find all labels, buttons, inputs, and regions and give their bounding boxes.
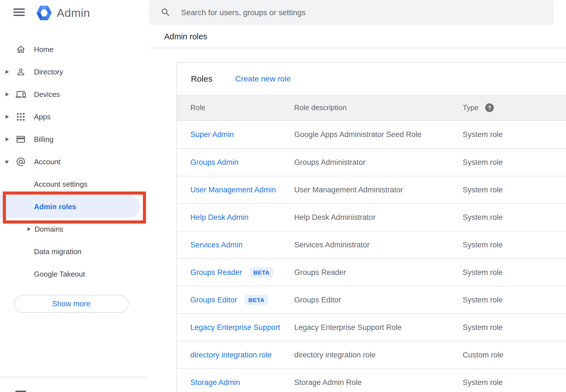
sidebar-item-devices[interactable]: Devices	[0, 83, 149, 106]
beta-badge: BETA	[250, 267, 274, 278]
role-description: Groups Administrator	[294, 158, 366, 167]
role-description: Services Administrator	[294, 241, 370, 249]
role-description: Storage Admin Role	[294, 378, 362, 387]
table-row: User Management Admin User Management Ad…	[177, 176, 566, 203]
role-link[interactable]: directory integration role	[190, 351, 272, 359]
role-link[interactable]: Help Desk Admin	[190, 213, 248, 222]
app-title: Admin	[57, 5, 90, 21]
sidebar-item-label: Directory	[34, 61, 63, 83]
menu-bar	[13, 12, 25, 13]
column-header-type-label: Type	[463, 95, 478, 121]
table-row: Help Desk Admin Help Desk Administrator …	[177, 203, 566, 231]
apps-grid-icon	[16, 112, 26, 122]
chevron-right-icon[interactable]	[28, 227, 31, 231]
sidebar-item-label: Billing	[34, 128, 53, 151]
beta-badge: BETA	[245, 295, 269, 305]
roles-card: Roles Create new role Role Role descript…	[176, 62, 566, 392]
sidebar-item-label: Apps	[34, 106, 51, 128]
sidebar-item-label: Data migration	[34, 240, 81, 263]
role-description: Groups Reader	[294, 268, 346, 277]
sidebar-item-directory[interactable]: Directory	[0, 61, 149, 83]
role-link[interactable]: User Management Admin	[190, 186, 276, 194]
search-icon	[161, 7, 171, 17]
chevron-right-icon[interactable]	[6, 92, 9, 96]
role-link[interactable]: Legacy Enterprise Support	[190, 323, 280, 332]
sidebar-item-admin-roles[interactable]: Admin roles	[0, 195, 149, 218]
role-link[interactable]: Super Admin	[190, 130, 234, 139]
help-icon[interactable]: ?	[485, 103, 494, 112]
role-type: System role	[463, 268, 503, 277]
column-header-role: Role	[190, 95, 205, 121]
role-description: Google Apps Administrator Seed Role	[294, 130, 421, 139]
table-row: Storage Admin Storage Admin Role System …	[177, 368, 566, 392]
card-title: Roles	[191, 63, 213, 95]
sidebar-item-label: Devices	[34, 83, 60, 106]
roles-card-header: Roles Create new role	[177, 63, 566, 95]
role-type: System role	[463, 130, 503, 139]
sidebar-item-label: Home	[34, 38, 53, 61]
sidebar-item-home[interactable]: Home	[0, 38, 149, 61]
table-row: directory integration role directory int…	[177, 341, 566, 368]
chevron-right-icon[interactable]	[6, 70, 9, 74]
role-type: System role	[463, 241, 503, 249]
sidebar: Admin Home Directory Devices	[0, 0, 149, 392]
sidebar-item-label: Domains	[35, 218, 63, 240]
sidebar-item-domains[interactable]: Domains	[0, 218, 149, 240]
column-header-description: Role description	[294, 95, 346, 121]
role-type: System role	[463, 323, 503, 332]
sidebar-item-label: Account	[34, 151, 60, 173]
table-row: Services Admin Services Administrator Sy…	[177, 231, 566, 258]
role-description: Help Desk Administrator	[294, 213, 376, 222]
header-divider	[149, 48, 566, 48]
table-row: Groups Admin Groups Administrator System…	[177, 148, 566, 176]
role-type: System role	[463, 186, 503, 194]
show-more-button[interactable]: Show more	[14, 295, 129, 313]
table-row: Groups Reader BETA Groups Reader System …	[177, 258, 566, 286]
sidebar-item-apps[interactable]: Apps	[0, 106, 149, 128]
sidebar-item-label: Google Takeout	[34, 263, 85, 285]
sidebar-item-label: Admin roles	[34, 195, 76, 218]
breadcrumb: Admin roles	[164, 25, 207, 48]
sidebar-item-account-settings[interactable]: Account settings	[0, 173, 149, 195]
credit-card-icon	[16, 134, 26, 144]
role-description: directory integration role	[294, 351, 376, 359]
create-new-role-link[interactable]: Create new role	[235, 63, 291, 95]
role-link[interactable]: Groups Reader	[190, 268, 242, 277]
at-sign-icon	[16, 157, 26, 167]
menu-bar	[13, 15, 25, 16]
role-type: System role	[463, 213, 503, 222]
search-input[interactable]	[181, 0, 540, 25]
sidebar-item-account[interactable]: Account	[0, 151, 149, 173]
sidebar-item-label: Account settings	[34, 173, 88, 195]
role-type: System role	[463, 158, 503, 167]
role-type: Custom role	[463, 351, 504, 359]
chevron-down-icon[interactable]	[5, 161, 9, 164]
role-type: System role	[463, 296, 503, 304]
role-link[interactable]: Groups Editor	[190, 296, 237, 304]
role-link[interactable]: Services Admin	[190, 241, 243, 249]
role-description: User Management Administrator	[294, 186, 403, 194]
table-row: Legacy Enterprise Support Legacy Enterpr…	[177, 313, 566, 341]
devices-icon	[16, 89, 26, 99]
sidebar-item-google-takeout[interactable]: Google Takeout	[0, 263, 149, 285]
menu-icon[interactable]	[13, 8, 25, 16]
role-description: Groups Editor	[294, 296, 341, 304]
column-header-type: Type ?	[463, 95, 494, 121]
admin-console-screen: Admin Home Directory Devices	[0, 0, 566, 392]
table-row: Super Admin Google Apps Administrator Se…	[177, 121, 566, 148]
partial-bottom-icon	[15, 391, 26, 392]
menu-bar	[13, 8, 25, 10]
chevron-right-icon[interactable]	[6, 137, 9, 141]
chevron-right-icon[interactable]	[6, 115, 9, 119]
role-type: System role	[463, 378, 503, 387]
role-link[interactable]: Storage Admin	[190, 378, 240, 387]
role-description: Legacy Enterprise Support Role	[294, 323, 402, 332]
sidebar-item-billing[interactable]: Billing	[0, 128, 149, 151]
table-header: Role Role description Type ?	[177, 95, 566, 121]
search-bar[interactable]	[149, 0, 554, 25]
sidebar-item-data-migration[interactable]: Data migration	[0, 240, 149, 263]
role-link[interactable]: Groups Admin	[190, 158, 238, 167]
roles-table-body: Super Admin Google Apps Administrator Se…	[177, 121, 566, 392]
sidebar-bottom-divider	[0, 377, 149, 377]
person-icon	[16, 67, 26, 77]
